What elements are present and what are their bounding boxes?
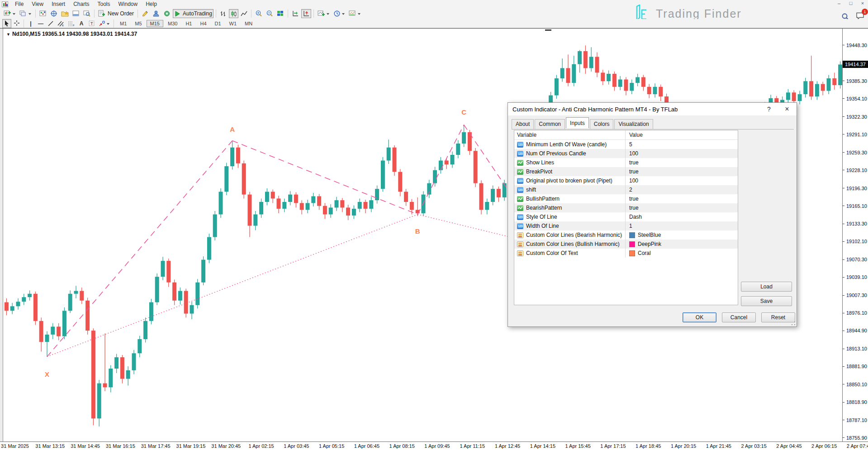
timeframe-button-m5[interactable]: M5 <box>131 20 145 27</box>
periods-button[interactable] <box>332 9 346 18</box>
zoom-in-button[interactable] <box>254 9 264 18</box>
input-value-cell[interactable]: 1 <box>626 221 738 230</box>
timeframe-button-m15[interactable]: M15 <box>147 20 163 27</box>
menu-help[interactable]: Help <box>142 0 161 8</box>
community-button[interactable] <box>151 9 161 18</box>
price-axis[interactable]: 19448.3019385.3019354.1019322.3019291.10… <box>842 28 868 441</box>
column-header-variable[interactable]: Variable <box>514 130 626 139</box>
strategy-tester-button[interactable] <box>82 9 92 18</box>
input-value-cell[interactable]: true <box>626 167 738 176</box>
tab-visualization[interactable]: Visualization <box>614 119 653 129</box>
menu-tools[interactable]: Tools <box>94 0 114 8</box>
timeframe-button-mn[interactable]: MN <box>241 20 256 27</box>
menu-insert[interactable]: Insert <box>47 0 69 8</box>
bar-chart-button[interactable] <box>218 9 228 18</box>
input-value-cell[interactable]: 100 <box>626 149 738 158</box>
resize-grip[interactable] <box>791 321 796 326</box>
chart-shift-button[interactable] <box>301 9 311 18</box>
table-row[interactable]: 123shift2 <box>514 185 738 194</box>
new-order-button[interactable]: New Order <box>97 9 135 18</box>
window-close-button[interactable]: × <box>859 0 866 6</box>
chart-shift-marker[interactable] <box>545 29 551 31</box>
table-row[interactable]: Custom Color Of TextCoral <box>514 249 738 258</box>
input-value-cell[interactable]: 2 <box>626 185 738 194</box>
table-row[interactable]: Show Linestrue <box>514 158 738 167</box>
table-row[interactable]: BullishPatterntrue <box>514 194 738 203</box>
input-value-cell[interactable]: DeepPink <box>626 240 738 249</box>
table-row[interactable]: 123Width Of Line1 <box>514 221 738 230</box>
input-value-cell[interactable]: SteelBlue <box>626 230 738 240</box>
new-chart-button[interactable] <box>2 9 17 18</box>
input-value-cell[interactable]: true <box>626 194 738 203</box>
indicators-button[interactable] <box>316 9 331 18</box>
menu-window[interactable]: Window <box>114 0 142 8</box>
dialog-close-button[interactable]: × <box>779 103 795 115</box>
timeframe-button-w1[interactable]: W1 <box>226 20 241 27</box>
data-window-button[interactable] <box>49 9 59 18</box>
dialog-titlebar[interactable]: Custom Indicator - Anti Crab Harmonic Pa… <box>508 103 797 115</box>
input-value-cell[interactable]: Dash <box>626 212 738 221</box>
table-row[interactable]: 123Style Of LineDash <box>514 212 738 221</box>
window-restore-button[interactable]: □ <box>847 0 854 6</box>
text-label-tool-button[interactable]: T <box>87 19 96 28</box>
ok-button[interactable]: OK <box>683 312 716 322</box>
tile-windows-button[interactable] <box>275 9 285 18</box>
table-row[interactable]: 123Num Of Previous Candle100 <box>514 149 738 158</box>
cursor-tool-button[interactable] <box>2 19 11 28</box>
column-header-value[interactable]: Value <box>626 130 738 139</box>
menu-file[interactable]: File <box>11 0 28 8</box>
alerts-button[interactable] <box>162 9 172 18</box>
fibonacci-tool-button[interactable]: F <box>66 19 76 28</box>
trendline-tool-button[interactable] <box>46 19 55 28</box>
save-button[interactable]: Save <box>741 296 792 306</box>
vertical-line-tool-button[interactable]: | <box>26 19 35 28</box>
table-row[interactable]: BearishPatterntrue <box>514 203 738 212</box>
input-name-cell: Custom Color Of Text <box>514 249 626 258</box>
table-row[interactable]: 123Original pivot to broken pivot (Pipet… <box>514 176 738 185</box>
crosshair-tool-button[interactable] <box>12 19 21 28</box>
input-value-cell[interactable]: 100 <box>626 176 738 185</box>
autotrading-button[interactable]: AutoTrading <box>173 9 213 18</box>
equidistant-channel-tool-button[interactable]: E <box>56 19 66 28</box>
terminal-button[interactable] <box>71 9 81 18</box>
input-value-cell[interactable]: Coral <box>626 249 738 258</box>
dialog-help-button[interactable]: ? <box>761 103 777 115</box>
profiles-button[interactable] <box>18 9 33 18</box>
timeframe-button-d1[interactable]: D1 <box>211 20 225 27</box>
input-value-cell[interactable]: 5 <box>626 140 738 149</box>
auto-scroll-button[interactable] <box>290 9 300 18</box>
time-axis[interactable]: 31 Mar 202531 Mar 13:1531 Mar 14:4531 Ma… <box>0 441 868 451</box>
tab-about[interactable]: About <box>512 119 534 129</box>
timeframe-button-m30[interactable]: M30 <box>164 20 181 27</box>
templates-button[interactable] <box>347 9 362 18</box>
table-row[interactable]: Custom Color Lines (Bearish Harmonic)Ste… <box>514 230 738 240</box>
navigator-button[interactable] <box>60 9 70 18</box>
menu-charts[interactable]: Charts <box>69 0 93 8</box>
timeframe-button-m1[interactable]: M1 <box>116 20 130 27</box>
menu-view[interactable]: View <box>28 0 47 8</box>
tab-common[interactable]: Common <box>535 119 565 129</box>
zoom-out-button[interactable] <box>265 9 275 18</box>
line-chart-button[interactable] <box>239 9 249 18</box>
candlestick-chart-button[interactable] <box>229 9 238 18</box>
timeframe-button-h1[interactable]: H1 <box>182 20 195 27</box>
table-row[interactable]: 123Minimum Lenth Of Wave (candle)5 <box>514 140 738 149</box>
chart-symbol-label: ▼Nd100,M15 19365.14 19430.98 19343.01 19… <box>6 31 137 37</box>
cancel-button[interactable]: Cancel <box>722 312 756 322</box>
table-row[interactable]: Custom Color Lines (Bullish Harmonic)Dee… <box>514 240 738 249</box>
load-button[interactable]: Load <box>741 282 792 292</box>
horizontal-line-tool-button[interactable]: — <box>36 19 45 28</box>
metaeditor-button[interactable] <box>140 9 150 18</box>
input-value-cell[interactable]: true <box>626 158 738 167</box>
tab-colors[interactable]: Colors <box>590 119 614 129</box>
arrows-tool-button[interactable] <box>97 19 111 28</box>
market-watch-button[interactable] <box>38 9 48 18</box>
timeframe-button-h4[interactable]: H4 <box>196 20 210 27</box>
numeric-input-icon: 123 <box>517 187 523 193</box>
tab-inputs[interactable]: Inputs <box>566 117 589 128</box>
table-row[interactable]: BreakPivottrue <box>514 167 738 176</box>
reset-button[interactable]: Reset <box>761 312 795 322</box>
input-value-cell[interactable]: true <box>626 203 738 212</box>
text-tool-button[interactable]: A <box>77 19 86 28</box>
window-minimize-button[interactable]: – <box>835 0 843 6</box>
